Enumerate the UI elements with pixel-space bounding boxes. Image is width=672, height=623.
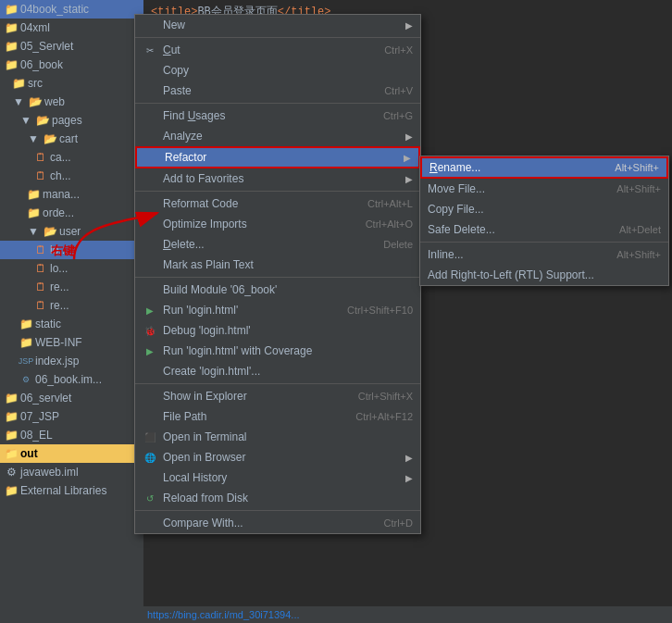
tree-item-pages[interactable]: ▼ 📂 pages	[0, 111, 143, 130]
context-menu: New ▶ ✂ Cut Ctrl+X Copy Paste Ctrl+V Fin…	[134, 14, 421, 534]
tree-item-out[interactable]: 📁 out	[0, 444, 143, 463]
tree-item-07jsp[interactable]: 📁 07_JSP	[0, 407, 143, 426]
submenu-item-rename[interactable]: Rename... Alt+Shift+	[420, 156, 668, 179]
menu-separator-5	[135, 383, 420, 384]
tree-item-mana[interactable]: 📁 mana...	[0, 185, 143, 204]
menu-separator-3	[135, 191, 420, 192]
tree-item-web[interactable]: ▼ 📂 web	[0, 93, 143, 111]
optimize-icon	[143, 217, 157, 231]
tree-item-indexjsp[interactable]: JSP index.jsp	[0, 352, 143, 370]
history-icon	[143, 470, 157, 485]
tree-item-ca[interactable]: 🗒 ca...	[0, 148, 143, 167]
tree-item-06bookiml[interactable]: ⚙ 06_book.im...	[0, 370, 143, 389]
tree-item-04book[interactable]: 📁 04book_static	[0, 0, 143, 19]
refactor-label: Refactor	[165, 151, 400, 164]
folder-icon: 📁	[4, 20, 19, 35]
folder-icon: 📁	[4, 446, 19, 461]
favorites-icon	[143, 171, 157, 186]
debug-icon: 🐞	[143, 323, 157, 338]
tree-item-cart[interactable]: ▼ 📂 cart	[0, 130, 143, 148]
paste-icon	[143, 83, 157, 98]
tree-item-re1[interactable]: 🗒 re...	[0, 278, 143, 296]
folder-icon: 📁	[26, 206, 41, 220]
html-file-icon: 🗒	[33, 150, 48, 165]
submenu-item-copy-file[interactable]: Copy File...	[420, 199, 668, 219]
menu-item-create[interactable]: Create 'login.html'...	[135, 361, 420, 381]
url-bar: https://bing.cadir.i/md_30i71394...	[143, 606, 672, 623]
folder-icon: 📁	[4, 428, 19, 442]
menu-item-show-explorer[interactable]: Show in Explorer Ctrl+Shift+X	[135, 386, 420, 406]
menu-item-reformat[interactable]: Reformat Code Ctrl+Alt+L	[135, 193, 420, 214]
tree-item-static[interactable]: 📁 static	[0, 315, 143, 333]
menu-item-debug[interactable]: 🐞 Debug 'login.html'	[135, 320, 420, 341]
tree-item-external-libraries[interactable]: 📁 External Libraries	[0, 481, 143, 500]
menu-item-open-browser[interactable]: 🌐 Open in Browser ▶	[135, 447, 420, 467]
menu-item-paste[interactable]: Paste Ctrl+V	[135, 81, 420, 101]
tree-item-04xml[interactable]: 📁 04xml	[0, 19, 143, 37]
folder-icon: 📂	[35, 113, 50, 128]
menu-item-local-history[interactable]: Local History ▶	[135, 467, 420, 488]
find-icon	[143, 108, 157, 123]
tree-item-user[interactable]: ▼ 📂 user	[0, 222, 143, 241]
reload-icon: ↺	[143, 491, 157, 505]
run-icon: ▶	[143, 303, 157, 318]
folder-icon: 📁	[4, 57, 19, 72]
html-file-icon: 🗒	[33, 280, 48, 294]
menu-item-find-usages[interactable]: Find Usages Ctrl+G	[135, 106, 420, 126]
menu-separator-1	[135, 37, 420, 38]
tree-item-orde[interactable]: 📁 orde...	[0, 204, 143, 222]
submenu-item-rtl[interactable]: Add Right-to-Left (RTL) Support...	[420, 265, 668, 285]
folder-open-icon: ▼	[26, 131, 41, 146]
html-file-icon: 🗒	[33, 261, 48, 276]
folder-icon: 📂	[28, 94, 43, 109]
menu-item-open-terminal[interactable]: ⬛ Open in Terminal	[135, 427, 420, 447]
refactor-icon	[144, 150, 159, 165]
menu-item-optimize-imports[interactable]: Optimize Imports Ctrl+Alt+O	[135, 214, 420, 234]
menu-item-copy[interactable]: Copy	[135, 60, 420, 81]
menu-item-build[interactable]: Build Module '06_book'	[135, 280, 420, 300]
tree-item-src[interactable]: 📁 src	[0, 74, 143, 93]
tree-item-06book[interactable]: 📁 06_book	[0, 56, 143, 74]
menu-item-cut[interactable]: ✂ Cut Ctrl+X	[135, 40, 420, 60]
tree-item-08el[interactable]: 📁 08_EL	[0, 426, 143, 444]
tree-item-javawebiml[interactable]: ⚙ javaweb.iml	[0, 463, 143, 481]
cut-icon: ✂	[143, 43, 157, 57]
tree-item-webinf[interactable]: 📁 WEB-INF	[0, 333, 143, 352]
copy-icon	[143, 63, 157, 78]
folder-open-icon: ▼	[11, 94, 26, 109]
rename-label: Rename...	[429, 161, 615, 174]
tree-item-re2[interactable]: 🗒 re...	[0, 296, 143, 315]
tree-item-ch[interactable]: 🗒 ch...	[0, 167, 143, 185]
reformat-icon	[143, 196, 157, 211]
menu-item-reload[interactable]: ↺ Reload from Disk	[135, 488, 420, 508]
menu-separator-2	[135, 103, 420, 104]
menu-item-run[interactable]: ▶ Run 'login.html' Ctrl+Shift+F10	[135, 300, 420, 320]
filepath-icon	[143, 409, 157, 424]
tree-item-06servlet[interactable]: 📁 06_servlet	[0, 389, 143, 407]
plain-icon	[143, 257, 157, 272]
menu-item-add-favorites[interactable]: Add to Favorites ▶	[135, 168, 420, 189]
submenu-item-move-file[interactable]: Move File... Alt+Shift+	[420, 179, 668, 199]
folder-icon: 📂	[43, 131, 57, 146]
menu-item-run-coverage[interactable]: ▶ Run 'login.html' with Coverage	[135, 341, 420, 361]
iml-file-icon: ⚙	[4, 465, 19, 480]
jsp-file-icon: JSP	[19, 354, 33, 368]
tree-item-05servlet[interactable]: 📁 05_Servlet	[0, 37, 143, 56]
folder-icon: 📂	[43, 224, 57, 239]
folder-icon: 📁	[4, 483, 19, 498]
menu-item-new[interactable]: New ▶	[135, 15, 420, 35]
menu-item-analyze[interactable]: Analyze ▶	[135, 126, 420, 146]
html-file-icon: 🗒	[33, 243, 48, 257]
submenu-item-inline[interactable]: Inline... Alt+Shift+	[420, 244, 668, 265]
file-tree: 📁 04book_static 📁 04xml 📁 05_Servlet 📁 0…	[0, 0, 143, 623]
menu-item-file-path[interactable]: File Path Ctrl+Alt+F12	[135, 406, 420, 427]
menu-item-mark-plain[interactable]: Mark as Plain Text	[135, 255, 420, 275]
folder-icon: 📁	[19, 317, 33, 331]
submenu-item-safe-delete[interactable]: Safe Delete... Alt+Delet	[420, 219, 668, 240]
menu-item-refactor[interactable]: Refactor ▶	[135, 146, 420, 168]
right-click-label: 右键	[51, 243, 75, 259]
html-file-icon: 🗒	[33, 168, 48, 183]
tree-item-login2[interactable]: 🗒 lo...	[0, 259, 143, 278]
menu-item-compare[interactable]: Compare With... Ctrl+D	[135, 513, 420, 533]
menu-item-delete[interactable]: Delete... Delete	[135, 234, 420, 255]
